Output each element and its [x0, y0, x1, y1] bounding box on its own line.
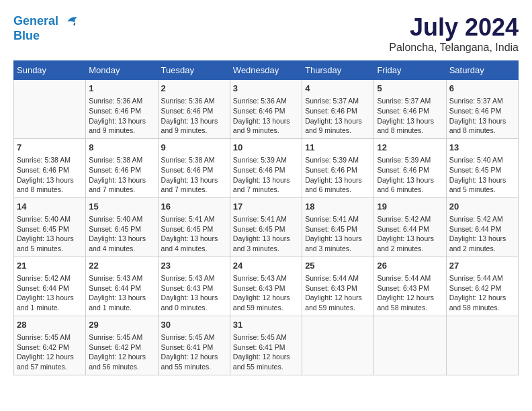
day-info: Sunrise: 5:38 AM Sunset: 6:46 PM Dayligh… — [89, 155, 154, 195]
header-tuesday: Tuesday — [158, 61, 230, 80]
day-cell: 6Sunrise: 5:37 AM Sunset: 6:46 PM Daylig… — [446, 80, 518, 139]
day-cell — [374, 316, 446, 375]
day-number: 12 — [377, 142, 443, 154]
week-row-1: 1Sunrise: 5:36 AM Sunset: 6:46 PM Daylig… — [14, 80, 519, 139]
day-number: 14 — [17, 201, 83, 213]
header-row: SundayMondayTuesdayWednesdayThursdayFrid… — [14, 61, 519, 80]
day-info: Sunrise: 5:41 AM Sunset: 6:45 PM Dayligh… — [233, 214, 299, 254]
day-number: 17 — [233, 201, 299, 213]
week-row-2: 7Sunrise: 5:38 AM Sunset: 6:46 PM Daylig… — [14, 138, 519, 197]
week-row-5: 28Sunrise: 5:45 AM Sunset: 6:42 PM Dayli… — [14, 316, 519, 375]
day-info: Sunrise: 5:36 AM Sunset: 6:46 PM Dayligh… — [161, 96, 227, 136]
day-cell: 20Sunrise: 5:42 AM Sunset: 6:44 PM Dayli… — [446, 197, 518, 257]
day-cell: 31Sunrise: 5:45 AM Sunset: 6:41 PM Dayli… — [230, 316, 302, 375]
day-number: 18 — [305, 201, 371, 213]
week-row-4: 21Sunrise: 5:42 AM Sunset: 6:44 PM Dayli… — [14, 257, 519, 316]
day-cell: 1Sunrise: 5:36 AM Sunset: 6:46 PM Daylig… — [86, 80, 158, 139]
day-cell: 4Sunrise: 5:37 AM Sunset: 6:46 PM Daylig… — [302, 80, 374, 139]
day-cell: 19Sunrise: 5:42 AM Sunset: 6:44 PM Dayli… — [374, 197, 446, 257]
day-cell: 29Sunrise: 5:45 AM Sunset: 6:42 PM Dayli… — [86, 316, 158, 375]
day-number: 4 — [305, 83, 371, 95]
day-number: 20 — [449, 201, 515, 213]
header-saturday: Saturday — [446, 61, 518, 80]
day-cell: 12Sunrise: 5:39 AM Sunset: 6:46 PM Dayli… — [374, 138, 446, 197]
day-cell: 14Sunrise: 5:40 AM Sunset: 6:45 PM Dayli… — [14, 197, 86, 257]
day-number: 7 — [17, 142, 83, 154]
day-cell: 2Sunrise: 5:36 AM Sunset: 6:46 PM Daylig… — [158, 80, 230, 139]
day-info: Sunrise: 5:42 AM Sunset: 6:44 PM Dayligh… — [17, 273, 83, 313]
day-cell: 22Sunrise: 5:43 AM Sunset: 6:44 PM Dayli… — [86, 257, 158, 316]
day-cell: 7Sunrise: 5:38 AM Sunset: 6:46 PM Daylig… — [14, 138, 86, 197]
day-info: Sunrise: 5:36 AM Sunset: 6:46 PM Dayligh… — [89, 96, 154, 136]
day-number: 25 — [305, 260, 371, 272]
day-info: Sunrise: 5:45 AM Sunset: 6:42 PM Dayligh… — [89, 332, 154, 372]
day-number: 1 — [89, 83, 154, 95]
day-info: Sunrise: 5:45 AM Sunset: 6:42 PM Dayligh… — [17, 332, 83, 372]
day-info: Sunrise: 5:45 AM Sunset: 6:41 PM Dayligh… — [233, 332, 299, 372]
day-info: Sunrise: 5:39 AM Sunset: 6:46 PM Dayligh… — [305, 155, 371, 195]
day-cell: 27Sunrise: 5:44 AM Sunset: 6:42 PM Dayli… — [446, 257, 518, 316]
day-cell: 5Sunrise: 5:37 AM Sunset: 6:46 PM Daylig… — [374, 80, 446, 139]
day-cell: 24Sunrise: 5:43 AM Sunset: 6:43 PM Dayli… — [230, 257, 302, 316]
day-number: 8 — [89, 142, 154, 154]
day-cell — [14, 80, 86, 139]
day-number: 29 — [89, 319, 154, 331]
day-info: Sunrise: 5:38 AM Sunset: 6:46 PM Dayligh… — [161, 155, 227, 195]
header-friday: Friday — [374, 61, 446, 80]
day-info: Sunrise: 5:36 AM Sunset: 6:46 PM Dayligh… — [233, 96, 299, 136]
day-cell: 11Sunrise: 5:39 AM Sunset: 6:46 PM Dayli… — [302, 138, 374, 197]
day-cell: 15Sunrise: 5:40 AM Sunset: 6:45 PM Dayli… — [86, 197, 158, 257]
calendar-title: July 2024 — [389, 13, 519, 42]
week-row-3: 14Sunrise: 5:40 AM Sunset: 6:45 PM Dayli… — [14, 197, 519, 257]
day-info: Sunrise: 5:41 AM Sunset: 6:45 PM Dayligh… — [161, 214, 227, 254]
day-number: 9 — [161, 142, 227, 154]
day-cell: 25Sunrise: 5:44 AM Sunset: 6:43 PM Dayli… — [302, 257, 374, 316]
day-cell: 9Sunrise: 5:38 AM Sunset: 6:46 PM Daylig… — [158, 138, 230, 197]
day-number: 3 — [233, 83, 299, 95]
day-info: Sunrise: 5:42 AM Sunset: 6:44 PM Dayligh… — [449, 214, 515, 254]
calendar-table: SundayMondayTuesdayWednesdayThursdayFrid… — [13, 60, 519, 375]
logo-text: General — [13, 13, 79, 30]
day-info: Sunrise: 5:37 AM Sunset: 6:46 PM Dayligh… — [305, 96, 371, 136]
day-number: 27 — [449, 260, 515, 272]
day-number: 13 — [449, 142, 515, 154]
title-section: July 2024 Paloncha, Telangana, India — [389, 13, 519, 54]
header-sunday: Sunday — [14, 61, 86, 80]
day-cell: 28Sunrise: 5:45 AM Sunset: 6:42 PM Dayli… — [14, 316, 86, 375]
header-thursday: Thursday — [302, 61, 374, 80]
day-info: Sunrise: 5:40 AM Sunset: 6:45 PM Dayligh… — [89, 214, 154, 254]
day-info: Sunrise: 5:39 AM Sunset: 6:46 PM Dayligh… — [233, 155, 299, 195]
page-header: General Blue July 2024 Paloncha, Telanga… — [13, 13, 519, 54]
day-number: 26 — [377, 260, 443, 272]
day-cell: 10Sunrise: 5:39 AM Sunset: 6:46 PM Dayli… — [230, 138, 302, 197]
day-cell: 8Sunrise: 5:38 AM Sunset: 6:46 PM Daylig… — [86, 138, 158, 197]
day-number: 16 — [161, 201, 227, 213]
day-info: Sunrise: 5:45 AM Sunset: 6:41 PM Dayligh… — [161, 332, 227, 372]
day-number: 21 — [17, 260, 83, 272]
day-cell: 17Sunrise: 5:41 AM Sunset: 6:45 PM Dayli… — [230, 197, 302, 257]
day-info: Sunrise: 5:40 AM Sunset: 6:45 PM Dayligh… — [449, 155, 515, 195]
day-cell: 26Sunrise: 5:44 AM Sunset: 6:43 PM Dayli… — [374, 257, 446, 316]
day-number: 5 — [377, 83, 443, 95]
day-number: 28 — [17, 319, 83, 331]
day-number: 15 — [89, 201, 154, 213]
day-cell: 30Sunrise: 5:45 AM Sunset: 6:41 PM Dayli… — [158, 316, 230, 375]
day-info: Sunrise: 5:44 AM Sunset: 6:43 PM Dayligh… — [377, 273, 443, 313]
day-cell: 16Sunrise: 5:41 AM Sunset: 6:45 PM Dayli… — [158, 197, 230, 257]
day-number: 2 — [161, 83, 227, 95]
day-info: Sunrise: 5:37 AM Sunset: 6:46 PM Dayligh… — [377, 96, 443, 136]
day-number: 23 — [161, 260, 227, 272]
day-number: 11 — [305, 142, 371, 154]
header-monday: Monday — [86, 61, 158, 80]
day-info: Sunrise: 5:41 AM Sunset: 6:45 PM Dayligh… — [305, 214, 371, 254]
logo: General Blue — [13, 13, 79, 43]
day-info: Sunrise: 5:42 AM Sunset: 6:44 PM Dayligh… — [377, 214, 443, 254]
day-info: Sunrise: 5:44 AM Sunset: 6:42 PM Dayligh… — [449, 273, 515, 313]
day-number: 22 — [89, 260, 154, 272]
logo-blue: Blue — [13, 30, 79, 43]
header-wednesday: Wednesday — [230, 61, 302, 80]
day-info: Sunrise: 5:43 AM Sunset: 6:44 PM Dayligh… — [89, 273, 154, 313]
day-info: Sunrise: 5:43 AM Sunset: 6:43 PM Dayligh… — [161, 273, 227, 313]
day-info: Sunrise: 5:43 AM Sunset: 6:43 PM Dayligh… — [233, 273, 299, 313]
day-number: 19 — [377, 201, 443, 213]
